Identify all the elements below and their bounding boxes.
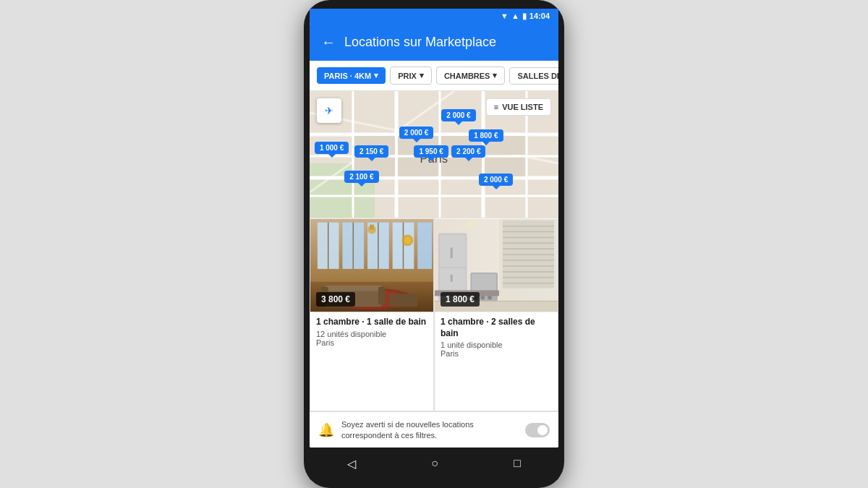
bell-icon: 🔔 xyxy=(318,422,334,438)
svg-rect-60 xyxy=(451,247,453,258)
listings-grid: 3 800 € 1 chambre · 1 salle de bain 12 u… xyxy=(310,218,558,411)
price-pin-6[interactable]: 2 200 € xyxy=(451,145,485,158)
price-pin-8[interactable]: 2 000 € xyxy=(479,174,513,186)
filter-location-chevron: ▾ xyxy=(374,71,378,80)
price-pin-5[interactable]: 1 800 € xyxy=(469,129,503,142)
filter-bar: PARIS · 4KM ▾ PRIX ▾ CHAMBRES ▾ SALLES D… xyxy=(310,61,558,91)
listing-info-2: 1 chambre · 2 salles de bain 1 unité dis… xyxy=(435,312,558,362)
listing-image-wrap: 3 800 € xyxy=(310,218,433,312)
filter-price-chevron: ▾ xyxy=(420,71,424,80)
price-pin-3[interactable]: 2 150 € xyxy=(354,145,388,158)
filter-bathrooms[interactable]: SALLES DE xyxy=(509,67,558,85)
svg-point-42 xyxy=(404,236,411,244)
signal-icon: ▲ xyxy=(511,12,519,20)
svg-rect-26 xyxy=(417,223,432,269)
nav-recent-button[interactable]: □ xyxy=(499,454,535,473)
listing-location-1: Paris xyxy=(316,338,427,347)
notification-toggle[interactable] xyxy=(525,423,550,437)
listing-image-wrap-2: 1 800 € xyxy=(435,218,558,312)
back-button[interactable]: ← xyxy=(321,34,336,51)
map-container[interactable]: ✈ ≡ VUE LISTE Paris 2 000 €2 000 €1 000 … xyxy=(310,91,558,218)
map-pins-container: 2 000 €2 000 €1 000 €2 150 €1 950 €1 800… xyxy=(310,91,558,218)
listing-units-2: 1 unité disponible xyxy=(441,341,552,349)
listing-price-1: 3 800 € xyxy=(316,292,355,307)
price-pin-1[interactable]: 2 000 € xyxy=(399,127,433,139)
filter-bathrooms-label: SALLES DE xyxy=(517,72,558,80)
wifi-icon: ▼ xyxy=(501,12,509,20)
top-bar: ← Locations sur Marketplace xyxy=(310,23,558,61)
filter-location[interactable]: PARIS · 4KM ▾ xyxy=(317,67,386,84)
filter-rooms[interactable]: CHAMBRES ▾ xyxy=(436,67,506,85)
status-bar: ▼ ▲ ▮ 14:04 xyxy=(310,9,558,23)
listing-card[interactable]: 3 800 € 1 chambre · 1 salle de bain 12 u… xyxy=(310,218,434,411)
svg-rect-32 xyxy=(370,225,374,230)
filter-rooms-chevron: ▾ xyxy=(493,71,497,80)
nav-bar: ◁ ○ □ xyxy=(310,448,558,479)
battery-icon: ▮ xyxy=(522,12,527,21)
filter-price[interactable]: PRIX ▾ xyxy=(390,67,432,85)
price-pin-7[interactable]: 2 100 € xyxy=(344,171,378,183)
listing-title-2: 1 chambre · 2 salles de bain xyxy=(441,317,552,339)
nav-home-button[interactable]: ○ xyxy=(417,454,453,473)
listing-units-1: 12 unités disponible xyxy=(316,330,427,338)
phone-shell: ▼ ▲ ▮ 14:04 ← Locations sur Marketplace … xyxy=(304,0,564,488)
time-display: 14:04 xyxy=(529,12,550,20)
nav-back-button[interactable]: ◁ xyxy=(333,454,370,474)
svg-rect-39 xyxy=(378,287,386,305)
app-screen: ← Locations sur Marketplace PARIS · 4KM … xyxy=(310,23,558,448)
notification-text: Soyez averti si de nouvelles locations c… xyxy=(341,419,518,440)
status-bar-icons: ▼ ▲ ▮ 14:04 xyxy=(501,12,550,21)
listing-location-2: Paris xyxy=(441,349,552,358)
notification-bar: 🔔 Soyez averti si de nouvelles locations… xyxy=(310,411,558,448)
filter-location-label: PARIS · 4KM xyxy=(324,72,371,80)
svg-rect-40 xyxy=(389,294,418,307)
filter-rooms-label: CHAMBRES xyxy=(444,72,490,80)
listing-price-2: 1 800 € xyxy=(441,292,480,307)
page-title: Locations sur Marketplace xyxy=(344,35,496,50)
price-pin-2[interactable]: 1 000 € xyxy=(315,142,349,154)
price-pin-4[interactable]: 1 950 € xyxy=(414,145,448,158)
svg-point-70 xyxy=(467,221,474,228)
listing-info-1: 1 chambre · 1 salle de bain 12 unités di… xyxy=(310,312,433,351)
listing-title-1: 1 chambre · 1 salle de bain xyxy=(316,317,427,328)
listing-card-2[interactable]: 1 800 € 1 chambre · 2 salles de bain 1 u… xyxy=(434,218,558,411)
svg-rect-61 xyxy=(451,275,453,282)
price-pin-0[interactable]: 2 000 € xyxy=(441,109,475,121)
svg-rect-37 xyxy=(325,286,382,291)
filter-price-label: PRIX xyxy=(398,72,417,80)
